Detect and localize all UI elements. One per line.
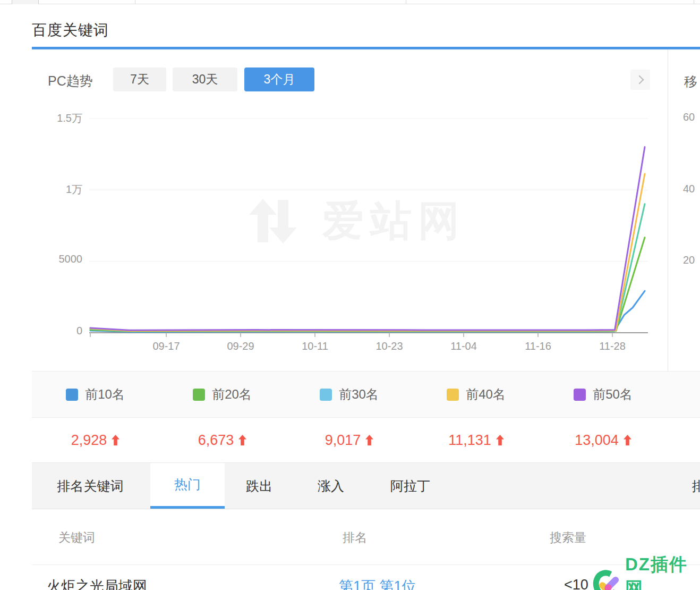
top-cut-table-remnant — [0, 0, 700, 4]
mobile-y-axis-label: 60 — [683, 111, 695, 123]
legend-item-top50: 前50名 — [540, 372, 667, 417]
column-header-keyword: 关键词 — [58, 529, 95, 546]
x-axis-label: 10-11 — [286, 340, 344, 352]
rank-link[interactable]: 第1页 第1位 — [339, 577, 416, 590]
x-axis-label: 10-23 — [360, 340, 419, 352]
dz-plugin-watermark: DZ插件网 DZ-X.NET — [593, 553, 700, 590]
column-header-volume: 搜索量 — [550, 529, 586, 546]
range-button-3m[interactable]: 3个月 — [244, 68, 314, 91]
pc-chart-lines — [89, 106, 648, 340]
pc-trend-label: PC趋势 — [48, 72, 93, 90]
stat-value: 2,928 — [71, 432, 107, 449]
column-header-rank: 排名 — [343, 529, 367, 546]
legend-swatch-top40 — [447, 389, 459, 401]
legend-swatch-top20 — [193, 389, 205, 401]
tab-aladdin[interactable]: 阿拉丁 — [372, 463, 449, 509]
legend-label: 前20名 — [212, 386, 252, 403]
x-axis-label: 11-28 — [583, 340, 642, 352]
top-cut-divider — [694, 0, 694, 4]
up-arrow-icon — [624, 435, 631, 445]
x-axis-label: 09-29 — [211, 340, 270, 352]
legend-item-top20: 前20名 — [159, 372, 286, 417]
legend-item-top40: 前40名 — [413, 372, 540, 417]
x-axis-label: 09-17 — [137, 340, 195, 352]
top-cut-divider — [135, 0, 135, 4]
stat-top30: 9,017 — [286, 418, 413, 462]
x-axis-label: 11-04 — [434, 340, 493, 352]
legend-swatch-top30 — [320, 389, 332, 401]
top-cut-divider — [406, 0, 406, 4]
chevron-right-icon — [635, 75, 644, 85]
x-axis-label: 11-16 — [509, 340, 567, 352]
up-arrow-icon — [496, 435, 504, 445]
up-arrow-icon — [365, 435, 373, 445]
legend-item-top10: 前10名 — [32, 372, 159, 417]
range-button-30d[interactable]: 30天 — [173, 68, 237, 91]
up-arrow-icon — [238, 435, 246, 445]
dz-logo-text-block: DZ插件网 DZ-X.NET — [625, 553, 700, 590]
stat-value: 6,673 — [198, 432, 234, 449]
tab-dropped[interactable]: 跌出 — [230, 463, 288, 509]
mobile-trend-label-partial: 移 — [684, 73, 697, 90]
stat-value: 11,131 — [448, 432, 491, 449]
volume-cell: <10 — [564, 577, 588, 590]
dz-logo-icon — [593, 570, 620, 590]
legend-swatch-top10 — [66, 389, 78, 401]
stat-top20: 6,673 — [159, 418, 286, 462]
mobile-tab-partial: 排 — [692, 477, 700, 495]
legend-item-top30: 前30名 — [286, 372, 413, 417]
stat-value: 9,017 — [325, 432, 361, 449]
y-axis-label: 1万 — [21, 182, 82, 197]
mobile-y-axis-label: 40 — [683, 183, 695, 195]
stat-value: 13,004 — [575, 432, 619, 449]
y-axis-label: 0 — [21, 325, 82, 337]
panel-accent-bar — [32, 47, 700, 49]
tab-hot[interactable]: 热门 — [150, 463, 225, 509]
stats-row: 2,928 6,673 9,017 11,131 13,004 — [32, 418, 700, 463]
next-panel-button[interactable] — [630, 70, 650, 90]
legend-label: 前30名 — [339, 386, 379, 403]
y-axis-label: 1.5万 — [21, 111, 82, 125]
tab-rising[interactable]: 涨入 — [302, 463, 360, 509]
up-arrow-icon — [112, 435, 119, 445]
legend-swatch-top50 — [574, 389, 586, 401]
page-title: 百度关键词 — [32, 20, 109, 40]
section-title-ranking-keywords: 排名关键词 — [40, 463, 141, 509]
y-axis-label: 5000 — [21, 253, 82, 265]
stat-top10: 2,928 — [32, 418, 159, 462]
keyword-cell: 火炬之光局域网 — [47, 577, 147, 590]
dz-logo-name: DZ插件网 — [625, 553, 700, 590]
chart-legend: 前10名 前20名 前30名 前40名 前50名 — [32, 371, 700, 418]
stat-top40: 11,131 — [413, 418, 540, 462]
legend-label: 前50名 — [593, 386, 633, 403]
top-cut-gray-cell — [12, 0, 39, 4]
mobile-y-axis-label: 20 — [683, 254, 695, 266]
range-button-7d[interactable]: 7天 — [113, 68, 166, 91]
legend-label: 前10名 — [85, 386, 125, 403]
legend-label: 前40名 — [466, 386, 506, 403]
stat-top50: 13,004 — [540, 418, 667, 462]
